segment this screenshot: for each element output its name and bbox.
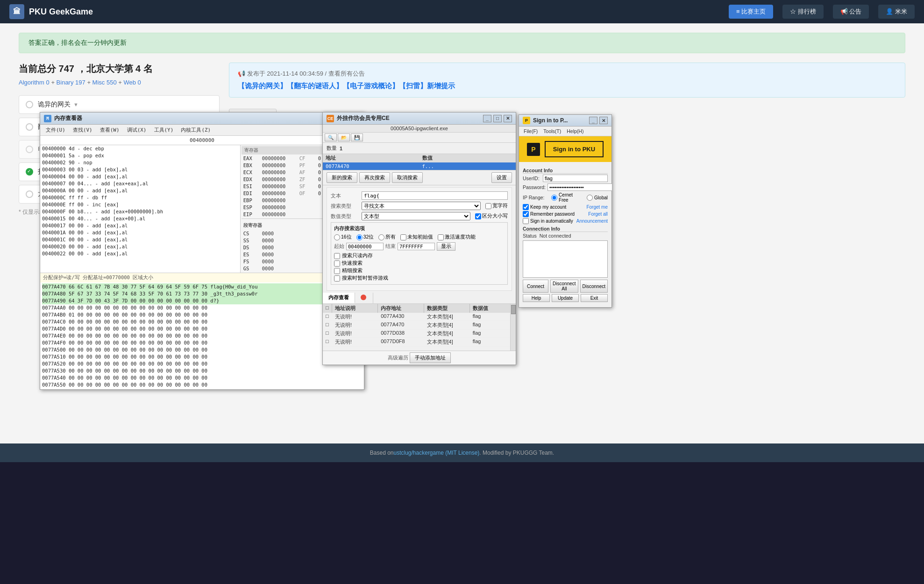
asm-line-4: 00400004 00 00 - add [eax],al [40,173,240,180]
ce-lock-tab[interactable] [355,293,373,303]
ce-activespeed-checkbox[interactable] [438,234,444,240]
banner-text: 答案正确，排名会在一分钟内更新 [28,39,127,46]
hex-pane: 0077A470 66 6C 61 67 7B 48 30 77 5F 64 6… [40,282,364,389]
memory-menu-file[interactable]: 文件(U) [42,126,69,134]
signin-global-radio[interactable] [587,195,593,201]
signin-disconnect-all-btn[interactable]: Disconnect All [550,280,578,293]
signin-remember-checkbox[interactable] [523,211,529,217]
ce-scrollbar[interactable] [510,304,516,351]
footer-link[interactable]: ustclug/hackergame (MIT License) [394,450,480,456]
ce-allbit-radio[interactable] [378,234,384,240]
ce-toolbar-btn-1[interactable]: 🔍 [325,134,337,141]
signin-update-btn[interactable]: Update [552,294,579,302]
signin-large-btn[interactable]: Sign in to PKU [545,141,604,157]
ce-add-addr-btn[interactable]: 手动添加地址 [410,352,451,363]
signin-forget-link[interactable]: Forget me [586,204,608,210]
score-subtitle: Algorithm 0 Binary 197 Misc 550 Web 0 [19,79,220,86]
ce-val-col: 数值 f... [419,154,516,170]
ce-wide-checkbox[interactable] [485,203,491,209]
ce-result-addr-2: 0077D038 [378,330,424,338]
brand-icon: 🏛 [9,4,24,19]
ce-range-start-input[interactable] [346,243,384,250]
ce-result-row-2[interactable]: □ 无说明! 0077D038 文本类型[4] flag [323,330,516,338]
signin-userid-input[interactable] [543,175,608,182]
ce-result-type-0: 文本类型[4] [424,313,470,321]
memory-menu-tools[interactable]: 工具(Y) [150,126,178,134]
ce-case-checkbox[interactable] [475,213,481,219]
ce-memview-tab[interactable]: 内存查看 [323,293,355,303]
signin-forget-all-link[interactable]: Forget all [588,211,608,217]
nav-contest-btn[interactable]: ≡ 比赛主页 [729,5,773,19]
ce-close-btn[interactable]: ✕ [504,115,512,122]
ce-pause-checkbox[interactable] [334,275,340,281]
ce-readonly-checkbox[interactable] [334,253,340,259]
signin-minimize-btn[interactable]: _ [589,117,597,124]
hex-line-7: 0077A4E0 00 00 00 00 00 00 00 00 00 00 0… [42,332,362,339]
problem-dropdown-1[interactable]: ▼ [73,102,78,107]
signin-disconnect-btn[interactable]: Disconnect [580,280,608,293]
ce-scroll-thumb[interactable] [511,305,516,314]
asm-line-13: 0040001C 00 00 - add [eax],al [40,236,240,243]
ce-cancel-search-btn[interactable]: 取消搜索 [392,172,423,183]
ce-32bit-radio[interactable] [356,234,362,240]
signin-close-btn[interactable]: ✕ [599,117,608,124]
ce-text-input[interactable] [362,191,508,200]
ce-fast-checkbox[interactable] [334,260,340,267]
ce-result-row-3[interactable]: □ 无说明! 0077D0F8 文本类型[4] flag [323,338,516,346]
ce-searchtype-select[interactable]: 寻找文本 [362,202,481,210]
ce-16bit-radio[interactable] [334,234,340,240]
signin-exit-btn[interactable]: Exit [581,294,608,302]
ce-unknowninit-checkbox[interactable] [400,234,406,240]
signin-menu-tools[interactable]: Tools(T) [540,127,564,135]
signin-auto-label: Sign in automatically [523,218,573,224]
link-web[interactable]: Web 0 [118,79,141,86]
ce-valuetype-select[interactable]: 文本型 [362,212,470,220]
ce-text-row: 文本 [331,191,508,200]
memory-menu-debug[interactable]: 调试(X) [123,126,150,134]
signin-help-btn[interactable]: Help [523,294,550,302]
signin-menu-file[interactable]: File(F) [521,127,540,135]
signin-remember-label: Remember password [523,211,575,217]
signin-conn-title: Connection Info [523,226,608,232]
memory-menu-kernel[interactable]: 内核工具(Z) [177,126,214,134]
ce-maximize-btn[interactable]: □ [493,115,502,122]
ce-toolbar-btn-2[interactable]: 📂 [338,134,350,141]
ce-found-addr[interactable]: 0077A470 [323,162,419,170]
signin-account-title: Account Info [523,168,608,174]
ce-settings-btn[interactable]: 设置 [491,172,512,183]
ce-toolbar-btn-3[interactable]: 💾 [351,134,363,141]
nav-announce-btn[interactable]: 📢 公告 [833,5,869,19]
ce-result-row-1[interactable]: □ 无说明! 0077A470 文本类型[4] flag [323,321,516,330]
memory-menu-find[interactable]: 查找(V) [69,126,96,134]
link-misc[interactable]: Misc 550 [87,79,116,86]
signin-auto-checkbox[interactable] [523,218,529,224]
signin-ip-label: IP Range: [523,195,549,200]
signin-password-input[interactable] [547,183,612,191]
ce-minimize-btn[interactable]: _ [483,115,491,122]
ce-precise-checkbox[interactable] [334,268,340,274]
signin-menu-help[interactable]: Help(H) [564,127,586,135]
nav-user-btn[interactable]: 👤 米米 [878,5,915,19]
ce-found-val[interactable]: f... [419,162,516,170]
problem-radio-3 [26,146,33,153]
ce-result-addr-0: 0077A430 [378,313,424,321]
link-algorithm[interactable]: Algorithm 0 [19,79,50,86]
link-binary[interactable]: Binary 197 [51,79,85,86]
signin-keep-checkbox[interactable] [523,204,529,210]
nav-rank-btn[interactable]: ☆ 排行榜 [782,5,824,19]
ce-range-end-input[interactable] [398,243,435,250]
ce-fast-label: 快速搜索 [334,260,505,267]
ce-mem-options: 内存搜索选项 16位 32位 所有 未知初始值 激活速 [331,222,508,285]
hex-line-6: 0077A4D0 00 00 00 00 00 00 00 00 00 00 0… [42,325,362,332]
signin-cernet-radio[interactable] [551,195,557,201]
signin-announcement-link[interactable]: Announcement [576,218,608,224]
signin-connect-btn[interactable]: Connect [523,280,548,293]
ce-show-btn[interactable]: 显示 [437,242,455,251]
ce-result-lock-2: □ [323,330,332,338]
alloc-notice: 分配保护=读/写 分配基址=00770000 区域大小 [40,273,364,282]
hex-line-13: 0077A540 00 00 00 00 00 00 00 00 00 00 0… [42,374,362,381]
ce-result-row-0[interactable]: □ 无说明! 0077A430 文本类型[4] flag [323,313,516,321]
memory-menu-view[interactable]: 查看(W) [96,126,123,134]
ce-new-search-btn[interactable]: 新的搜索 [327,172,357,183]
ce-next-search-btn[interactable]: 再次搜索 [359,172,390,183]
